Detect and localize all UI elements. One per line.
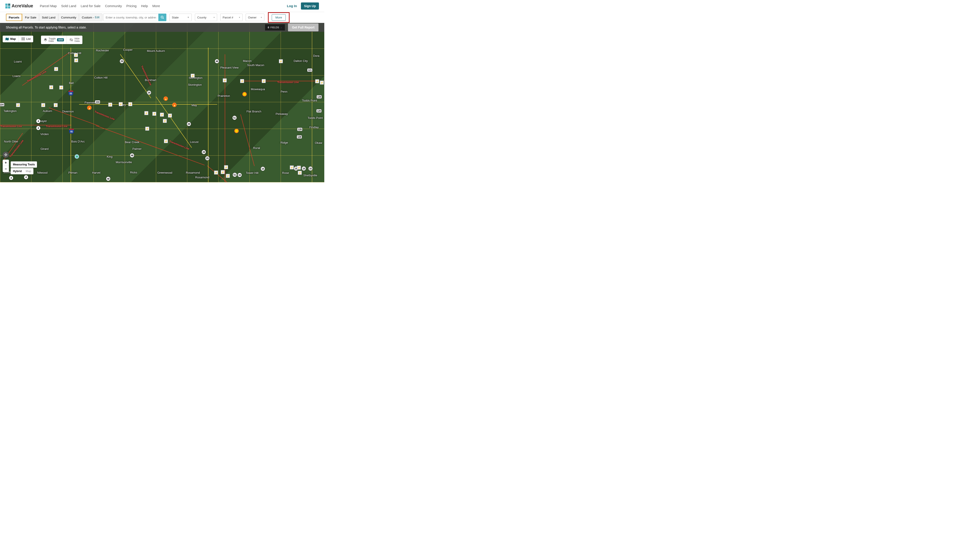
map-canvas[interactable]: LoamiLoamiBallCotton HillCotton HillBuck… [0,23,324,182]
state-dropdown[interactable]: State▼ [170,14,192,21]
flame-icon: 🔥 [164,97,168,101]
flame-icon: 🔥 [172,103,177,107]
route-shield: 4 [24,175,28,179]
route-shield: 16 [302,166,306,171]
more-filters-button[interactable]: More [272,14,286,21]
get-full-report-button[interactable]: Get Full Report [288,23,318,32]
svg-rect-3 [21,39,25,39]
route-shield: 29 [205,156,210,160]
nav-more[interactable]: More [152,4,160,8]
road-line [2,133,23,162]
substation-icon: ⚡ [164,139,168,143]
substation-icon: ⚡ [119,102,123,106]
route-shield: 29 [147,91,151,95]
substation-icon: ⚡ [54,103,58,107]
primary-nav: Parcel Map Sold Land Land for Sale Commu… [40,4,160,8]
place-label: North Otter [4,140,18,143]
locate-me-button[interactable] [3,152,9,158]
tab-custom[interactable]: Custom - Edit [79,14,102,21]
substation-icon: ⚡ [74,58,78,62]
place-label: Todds Point [308,116,323,119]
place-label: Rochester [96,49,109,52]
place-label: Bear Creek [125,140,139,144]
view-toggle: Map List [3,36,33,42]
layers-icon [44,38,47,41]
solar-icon [242,92,247,97]
route-shield: 16 [294,166,298,171]
search-input[interactable] [103,14,158,21]
flame-icon: 🔥 [87,106,92,110]
place-label: King [107,155,113,158]
place-label: Ball [69,81,74,84]
place-label: Virden [40,132,49,136]
measuring-tools-button[interactable]: Measuring Tools [11,161,37,168]
zoom-out-button[interactable]: − [3,166,9,172]
place-label: Locust [190,140,199,144]
substation-icon: ⚡ [191,74,195,78]
zoom-in-button[interactable]: + [3,160,9,166]
basemap-hybrid[interactable]: Hybrid [13,170,22,173]
place-label: Shelbyville [303,174,317,177]
road-line [120,54,151,98]
nav-community[interactable]: Community [105,4,122,8]
basemap-map[interactable]: Map [26,170,31,173]
substation-icon: ⚡ [108,103,112,106]
svg-rect-2 [21,38,25,38]
place-label: Palmer [132,147,142,151]
route-shield: 51 [232,116,237,120]
map-view-button[interactable]: Map [3,36,19,42]
logo-text: AcreValue [11,3,33,8]
nav-help[interactable]: Help [141,4,148,8]
place-label: Loami [13,75,20,78]
place-label: Okaw [315,141,322,144]
substation-icon: ⚡ [16,103,20,107]
county-dropdown[interactable]: County▾ [195,14,217,21]
place-label: Girard [41,147,49,151]
logo[interactable]: AcreValue [5,3,33,8]
nav-parcel-map[interactable]: Parcel Map [40,4,57,8]
transmission-line-label: Transmission Line [0,125,22,127]
substation-icon: ⚡ [152,112,156,116]
tab-parcels[interactable]: Parcels [6,14,22,21]
top-navbar: AcreValue Parcel Map Sold Land Land for … [0,0,324,12]
signup-button[interactable]: Sign Up [301,2,319,10]
transmission-line-label: Transmission Line [27,70,47,83]
search-button[interactable] [158,14,166,21]
list-view-button[interactable]: List [19,36,33,42]
layer-tabs: Parcels For Sale Sold Land Community Cus… [6,14,102,21]
parcel-dropdown[interactable]: Parcel #▾ [220,14,243,21]
nav-land-for-sale[interactable]: Land for Sale [81,4,100,8]
tab-custom-edit[interactable]: Edit [95,16,100,19]
fields-selector[interactable]: 0 FIELDS ⌄ [265,24,285,30]
place-label: Dora [313,54,320,57]
hide-data-button[interactable]: Hide Data [67,36,82,44]
route-shield: 104 [95,100,100,104]
place-label: Rose [282,171,289,175]
substation-icon: ⚡ [320,81,324,84]
nav-sold-land[interactable]: Sold Land [61,4,76,8]
place-label: Cooper [123,48,133,51]
place-label: Cotton Hill [68,51,81,55]
nav-pricing[interactable]: Pricing [126,4,137,8]
eye-off-icon [70,38,73,41]
place-label: Buckhart [145,78,156,82]
route-shield: 29 [119,59,124,64]
tab-sold-land[interactable]: Sold Land [39,14,58,21]
search-icon [161,16,164,19]
toggle-data-button[interactable]: Toggle Data NEW [41,36,67,44]
transmission-line-label: Transmission Line [169,140,190,150]
substation-icon: ⚡ [226,174,230,178]
caret-icon: ▼ [187,16,189,19]
tab-for-sale[interactable]: For Sale [22,14,39,21]
place-label: Auburn [43,109,52,113]
login-link[interactable]: Log In [287,4,297,8]
route-shield: 16 [237,173,242,177]
tab-community[interactable]: Community [58,14,79,21]
place-label: Rosamond [186,171,200,174]
data-toggle: Toggle Data NEW Hide Data [41,36,83,44]
svg-line-1 [163,18,164,19]
place-label: Stonington [188,83,202,86]
place-label: Nilwood [37,171,48,174]
substation-icon: ⚡ [144,111,148,115]
owner-dropdown[interactable]: Owner▾ [246,14,264,21]
